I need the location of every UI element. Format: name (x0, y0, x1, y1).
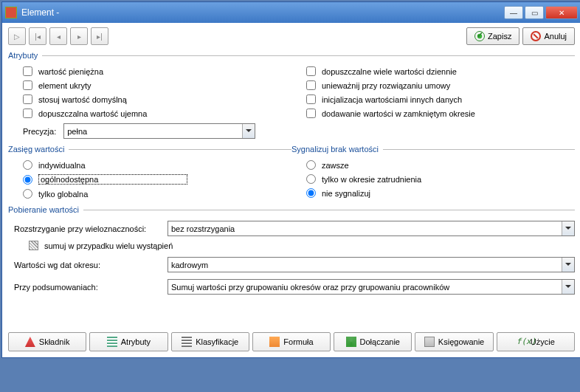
usage-icon: f(x) (517, 337, 527, 347)
radio-always[interactable]: zawsze (291, 158, 575, 172)
attributes-icon (107, 337, 117, 347)
window-title: Element - (21, 7, 503, 18)
radio-public[interactable]: ogólnodostępna (8, 172, 291, 187)
chk-invalidate[interactable]: unieważnij przy rozwiązaniu umowy (291, 78, 575, 92)
chevron-down-icon[interactable] (562, 221, 574, 235)
group-label: Pobieranie wartości (8, 205, 575, 214)
group-label: Zasięg wartości (8, 145, 291, 154)
chevron-down-icon[interactable] (242, 124, 255, 138)
chk-default[interactable]: stosuj wartość domyślną (8, 92, 291, 106)
classifications-icon (182, 337, 192, 347)
tab-component[interactable]: Składnik (8, 332, 86, 351)
summary-combo[interactable]: Sumuj wartości przy grupowaniu okresów o… (168, 279, 575, 295)
checkbox-disabled-icon (29, 241, 38, 250)
tab-classifications[interactable]: Klasyfikacje (171, 332, 249, 351)
tab-accounting[interactable]: Księgowanie (415, 332, 493, 351)
cancel-icon (531, 31, 541, 41)
close-button[interactable]: ✕ (545, 6, 578, 19)
bottom-tabs: Składnik Atrybuty Klasyfikacje Formuła D… (8, 332, 575, 351)
period-combo[interactable]: kadrowym (168, 257, 575, 272)
nav-last-icon[interactable]: ▸| (91, 27, 108, 45)
radio-global[interactable]: tylko globalna (8, 187, 291, 201)
tab-attributes[interactable]: Atrybuty (89, 332, 168, 351)
period-label: Wartości wg dat okresu: (14, 261, 162, 269)
radio-employment[interactable]: tylko w okresie zatrudnienia (291, 172, 575, 186)
radio-none[interactable]: nie sygnalizuj (291, 186, 575, 200)
content: ▷ |◂ ◂ ▸ ▸| Zapisz Anuluj Atrybuty warto… (2, 23, 580, 357)
group-label: Atrybuty (8, 51, 575, 60)
chk-negative[interactable]: dopuszczalna wartość ujemna (8, 106, 291, 120)
check-icon (474, 31, 485, 41)
precision-combo[interactable]: pełna (63, 123, 255, 139)
accounting-icon (424, 337, 435, 347)
nav-next-icon[interactable]: ▸ (70, 27, 88, 45)
tab-formula[interactable]: Formuła (252, 332, 331, 351)
save-button[interactable]: Zapisz (466, 27, 519, 45)
minimize-button[interactable]: — (504, 6, 523, 19)
nav-toolbar: ▷ |◂ ◂ ▸ ▸| Zapisz Anuluj (8, 27, 575, 45)
component-icon (25, 337, 35, 347)
formula-icon (269, 337, 280, 347)
summary-label: Przy podsumowaniach: (14, 283, 162, 292)
group-attributes: Atrybuty wartość pieniężna element ukryt… (8, 51, 575, 140)
nav-play-icon[interactable]: ▷ (8, 27, 26, 45)
chk-monetary[interactable]: wartość pieniężna (8, 64, 291, 78)
ambig-combo[interactable]: bez rozstrzygania (168, 221, 575, 236)
ambig-label: Rozstrzyganie przy wieloznaczności: (14, 224, 162, 233)
precision-label: Precyzja: (23, 127, 56, 136)
window: Element - — ▭ ✕ ▷ |◂ ◂ ▸ ▸| Zapisz Anulu… (1, 1, 580, 358)
maximize-button[interactable]: ▭ (525, 6, 544, 19)
nav-prev-icon[interactable]: ◂ (49, 27, 67, 45)
tab-attach[interactable]: Dołączanie (334, 332, 412, 351)
chk-closed-period[interactable]: dodawanie wartości w zamkniętym okresie (291, 106, 575, 120)
group-signal: Sygnalizuj brak wartości zawsze tylko w … (291, 145, 575, 201)
group-label: Sygnalizuj brak wartości (291, 145, 575, 154)
cancel-button[interactable]: Anuluj (522, 27, 575, 45)
titlebar[interactable]: Element - — ▭ ✕ (2, 2, 580, 23)
chk-init[interactable]: inicjalizacja wartościami innych danych (291, 92, 575, 106)
group-fetch: Pobieranie wartości Rozstrzyganie przy w… (8, 205, 575, 297)
radio-individual[interactable]: indywidualna (8, 158, 291, 172)
tab-usage[interactable]: f(x)Użycie (497, 332, 575, 351)
chevron-down-icon[interactable] (562, 280, 574, 294)
chevron-down-icon[interactable] (562, 258, 574, 272)
chk-multi-daily[interactable]: dopuszczalne wiele wartości dziennie (291, 64, 575, 78)
chk-sum-multi: sumuj w przypadku wielu wystąpień (8, 241, 575, 250)
chk-hidden[interactable]: element ukryty (8, 78, 291, 92)
group-scope: Zasięg wartości indywidualna ogólnodostę… (8, 145, 291, 201)
app-icon (5, 7, 17, 18)
nav-first-icon[interactable]: |◂ (29, 27, 46, 45)
attach-icon (346, 337, 356, 347)
